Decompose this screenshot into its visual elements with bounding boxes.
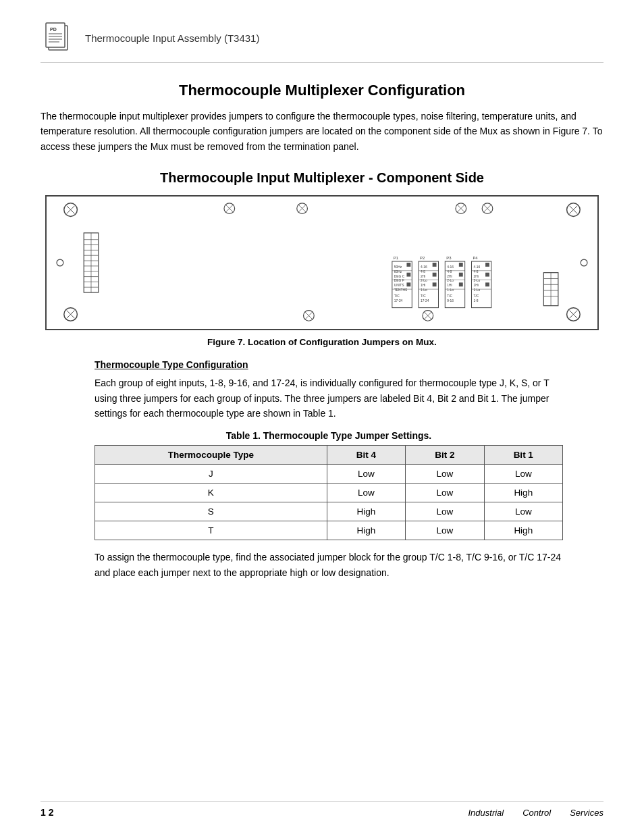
svg-text:UNITS: UNITS — [394, 284, 404, 287]
svg-text:2Hi: 2Hi — [421, 275, 425, 278]
svg-text:17-24: 17-24 — [394, 299, 403, 303]
svg-text:P2: P2 — [420, 256, 425, 260]
table-cell: T — [95, 521, 327, 540]
footer-brand: Industrial Control Services — [468, 808, 603, 818]
tc-type-section: Thermocouple Type Configuration Each gro… — [41, 359, 603, 580]
table-header-bit2: Bit 2 — [406, 446, 484, 465]
svg-text:2Hi: 2Hi — [473, 275, 478, 278]
figure-caption: Figure 7. Location of Configuration Jump… — [41, 337, 603, 347]
svg-text:1Hi: 1Hi — [421, 284, 425, 287]
svg-text:1Hi: 1Hi — [473, 284, 478, 287]
svg-text:50Hz: 50Hz — [394, 265, 402, 269]
svg-text:PD: PD — [50, 27, 57, 32]
table-row: KLowLowHigh — [95, 484, 563, 502]
table-cell: High — [484, 521, 562, 540]
svg-text:4-8: 4-8 — [447, 270, 452, 273]
svg-text:17-24: 17-24 — [421, 299, 429, 303]
svg-rect-75 — [406, 273, 410, 277]
svg-text:4-8: 4-8 — [421, 270, 425, 273]
svg-text:P3: P3 — [446, 256, 452, 260]
svg-rect-76 — [406, 283, 410, 287]
footer-brand-control: Control — [522, 808, 551, 818]
svg-text:1-Lo: 1-Lo — [421, 288, 427, 292]
footer-brand-services: Services — [570, 808, 603, 818]
table-cell: S — [95, 502, 327, 521]
table-header-type: Thermocouple Type — [95, 446, 327, 465]
svg-text:2Hi: 2Hi — [447, 275, 452, 278]
header: PD Thermocouple Input Assembly (T3431) — [41, 20, 603, 63]
svg-text:2-Lo: 2-Lo — [473, 280, 480, 283]
svg-rect-74 — [406, 263, 410, 267]
svg-text:9-16: 9-16 — [447, 299, 454, 303]
intro-text: The thermocouple input multiplexer provi… — [41, 109, 603, 154]
svg-text:4-16: 4-16 — [447, 265, 454, 269]
svg-text:T/C: T/C — [447, 294, 452, 298]
svg-rect-122 — [485, 263, 489, 267]
table-cell: Low — [406, 484, 484, 502]
table-cell: Low — [327, 484, 405, 502]
svg-text:1-Lo: 1-Lo — [473, 288, 480, 292]
svg-text:1-8: 1-8 — [473, 299, 478, 303]
tc-type-table: Thermocouple Type Bit 4 Bit 2 Bit 1 JLow… — [95, 445, 563, 540]
table-cell: Low — [327, 465, 405, 484]
table-header-bit4: Bit 4 — [327, 446, 405, 465]
table-cell: Low — [406, 502, 484, 521]
svg-text:TENTHS: TENTHS — [394, 288, 408, 292]
diagram-section-title: Thermocouple Input Multiplexer - Compone… — [41, 170, 603, 186]
table-cell: K — [95, 484, 327, 502]
svg-rect-106 — [459, 263, 463, 267]
svg-text:P1: P1 — [394, 256, 398, 260]
page: PD Thermocouple Input Assembly (T3431) T… — [0, 0, 644, 834]
svg-text:4-8: 4-8 — [473, 270, 478, 273]
svg-rect-90 — [433, 263, 437, 267]
svg-rect-107 — [459, 273, 463, 277]
svg-text:4-16: 4-16 — [421, 265, 427, 269]
svg-rect-108 — [459, 283, 463, 287]
tc-type-title: Thermocouple Type Configuration — [95, 359, 563, 370]
svg-point-41 — [57, 259, 63, 266]
table-cell: Low — [406, 465, 484, 484]
main-title: Thermocouple Multiplexer Configuration — [41, 82, 603, 99]
table-title: Table 1. Thermocouple Type Jumper Settin… — [95, 430, 563, 441]
footer-brand-industrial: Industrial — [468, 808, 504, 818]
page-number: 1 2 — [41, 807, 53, 818]
svg-rect-91 — [433, 273, 437, 277]
footer: 1 2 Industrial Control Services — [41, 801, 603, 818]
table-cell: High — [327, 502, 405, 521]
table-header-bit1: Bit 1 — [484, 446, 562, 465]
svg-text:2-Lo: 2-Lo — [421, 280, 427, 283]
svg-text:4-16: 4-16 — [473, 265, 480, 269]
svg-rect-92 — [433, 283, 437, 287]
svg-text:T/C: T/C — [421, 294, 426, 298]
svg-rect-124 — [485, 283, 489, 287]
table-row: JLowLowLow — [95, 465, 563, 484]
table-cell: Low — [484, 465, 562, 484]
table-cell: J — [95, 465, 327, 484]
table-row: SHighLowLow — [95, 502, 563, 521]
svg-text:1Hi: 1Hi — [447, 284, 452, 287]
tc-type-body: Each group of eight inputs, 1‑8, 9‑16, a… — [95, 375, 563, 421]
svg-text:2-Lo: 2-Lo — [447, 280, 454, 283]
svg-point-42 — [581, 259, 587, 266]
assign-text: To assign the thermocouple type, find th… — [95, 550, 563, 580]
svg-text:60Hz: 60Hz — [394, 270, 402, 273]
table-cell: Low — [484, 502, 562, 521]
mux-diagram: P1 50Hz 60Hz DEG C DEG F UNITS TENTHS T/… — [45, 195, 599, 330]
table-row: THighLowHigh — [95, 521, 563, 540]
svg-text:T/C: T/C — [394, 294, 400, 298]
svg-text:1-Lo: 1-Lo — [447, 288, 454, 292]
table-cell: High — [484, 484, 562, 502]
svg-text:T/C: T/C — [473, 294, 479, 298]
table-cell: High — [327, 521, 405, 540]
document-icon: PD — [41, 20, 76, 55]
svg-text:P4: P4 — [473, 256, 478, 260]
header-title: Thermocouple Input Assembly (T3431) — [85, 32, 259, 44]
table-cell: Low — [406, 521, 484, 540]
svg-text:DEG C: DEG C — [394, 275, 405, 278]
svg-text:DEG F: DEG F — [394, 280, 404, 283]
svg-rect-123 — [485, 273, 489, 277]
